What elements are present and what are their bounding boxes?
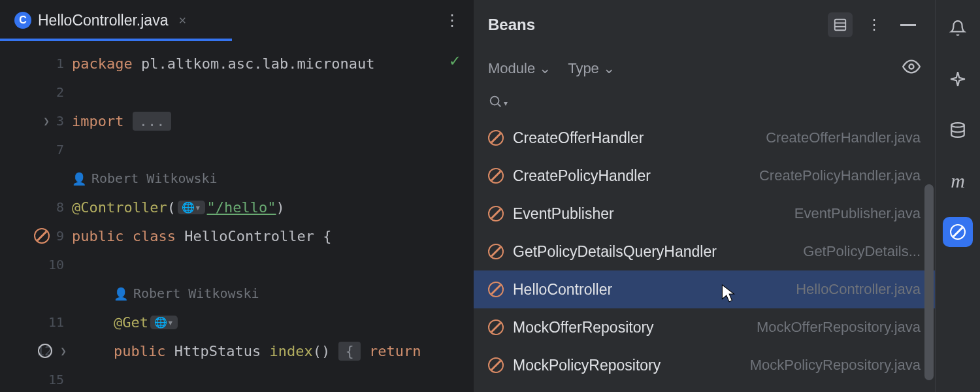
- endpoint-gutter-icon[interactable]: [38, 344, 52, 358]
- chevron-down-icon: ⌄: [603, 60, 615, 77]
- visibility-icon[interactable]: [902, 57, 921, 80]
- bean-icon: [488, 130, 504, 146]
- editor-gutter: 1 2 ❯ 3 7 8 9 10 11 ❯ 12 15: [0, 41, 72, 392]
- minimize-icon[interactable]: [896, 12, 921, 37]
- folded-imports[interactable]: ...: [133, 112, 172, 131]
- beans-panel: Beans ⋮ Module⌄ Type⌄ ▾ CreateOfferHandl…: [473, 0, 935, 392]
- bean-icon: [488, 168, 504, 184]
- bean-item[interactable]: EventPublisher EventPublisher.java: [474, 195, 935, 233]
- svg-point-4: [491, 97, 499, 105]
- tab-overflow-icon[interactable]: ⋮: [444, 11, 460, 29]
- fold-icon[interactable]: ❯: [60, 345, 67, 357]
- bean-icon: [488, 206, 504, 221]
- tab-bar: C HelloController.java × ⋮: [0, 0, 473, 41]
- beans-list: CreateOfferHandler CreateOfferHandler.ja…: [474, 119, 935, 392]
- url-mapping-icon[interactable]: 🌐▾: [178, 201, 205, 214]
- tab-title: HelloController.java: [38, 12, 168, 29]
- line-number: 2: [46, 84, 64, 100]
- panel-title: Beans: [488, 16, 819, 34]
- svg-point-6: [951, 123, 964, 127]
- ai-assistant-icon[interactable]: [943, 64, 973, 94]
- code-area[interactable]: ✓ package pl.altkom.asc.lab.micronaut im…: [72, 41, 473, 392]
- bean-item-selected[interactable]: HelloController HelloController.java: [474, 270, 935, 308]
- line-number: 8: [46, 199, 64, 215]
- bean-icon: [488, 244, 504, 259]
- bean-item[interactable]: CreateOfferHandler CreateOfferHandler.ja…: [474, 119, 935, 157]
- editor-body: 1 2 ❯ 3 7 8 9 10 11 ❯ 12 15 ✓: [0, 41, 473, 392]
- bean-item[interactable]: CreatePolicyHandler CreatePolicyHandler.…: [474, 157, 935, 195]
- beans-search[interactable]: ▾: [474, 88, 935, 119]
- fold-icon[interactable]: ❯: [43, 115, 50, 127]
- bean-item[interactable]: MockPolicyRepository MockPolicyRepositor…: [474, 346, 935, 384]
- author-hint: Robert Witkowski: [91, 171, 218, 186]
- url-mapping-icon[interactable]: 🌐▾: [150, 316, 178, 329]
- bean-item[interactable]: MockOfferRepository MockOfferRepository.…: [474, 308, 935, 346]
- module-filter[interactable]: Module⌄: [488, 60, 551, 77]
- tab-hello-controller[interactable]: C HelloController.java ×: [7, 0, 194, 41]
- line-number: 7: [46, 142, 64, 157]
- bean-icon: [488, 357, 504, 373]
- bean-icon: [488, 282, 504, 297]
- line-number: 10: [46, 257, 64, 272]
- author-icon: 👤: [114, 287, 128, 301]
- beans-tool-icon[interactable]: [943, 217, 973, 247]
- layout-icon[interactable]: [828, 12, 853, 37]
- class-icon: C: [14, 12, 31, 29]
- svg-rect-0: [835, 20, 846, 31]
- checkmark-icon[interactable]: ✓: [449, 50, 460, 70]
- database-icon[interactable]: [943, 115, 973, 145]
- author-icon: 👤: [72, 172, 86, 186]
- author-hint: Robert Witkowski: [133, 286, 259, 301]
- search-icon: [488, 94, 502, 112]
- close-icon[interactable]: ×: [178, 13, 186, 28]
- line-number: 15: [46, 372, 64, 387]
- micronaut-icon[interactable]: m: [943, 166, 973, 196]
- notifications-icon[interactable]: [943, 13, 973, 43]
- more-icon[interactable]: ⋮: [862, 12, 887, 37]
- chevron-down-icon: ⌄: [539, 60, 551, 77]
- bean-icon: [488, 319, 504, 335]
- beans-header: Beans ⋮: [474, 0, 935, 50]
- right-tool-strip: m: [935, 0, 980, 392]
- type-filter[interactable]: Type⌄: [568, 60, 615, 77]
- bean-gutter-icon[interactable]: [34, 228, 50, 244]
- scrollbar[interactable]: [924, 184, 934, 380]
- beans-filters: Module⌄ Type⌄: [474, 50, 935, 88]
- chevron-down-icon: ▾: [504, 99, 508, 108]
- svg-line-5: [498, 104, 501, 107]
- svg-point-3: [909, 65, 914, 69]
- line-number: 11: [46, 314, 64, 330]
- bean-item[interactable]: GetPolicyDetailsQueryHandler GetPolicyDe…: [474, 233, 935, 270]
- editor-pane: C HelloController.java × ⋮ 1 2 ❯ 3 7 8 9…: [0, 0, 473, 392]
- line-number: 1: [46, 56, 64, 71]
